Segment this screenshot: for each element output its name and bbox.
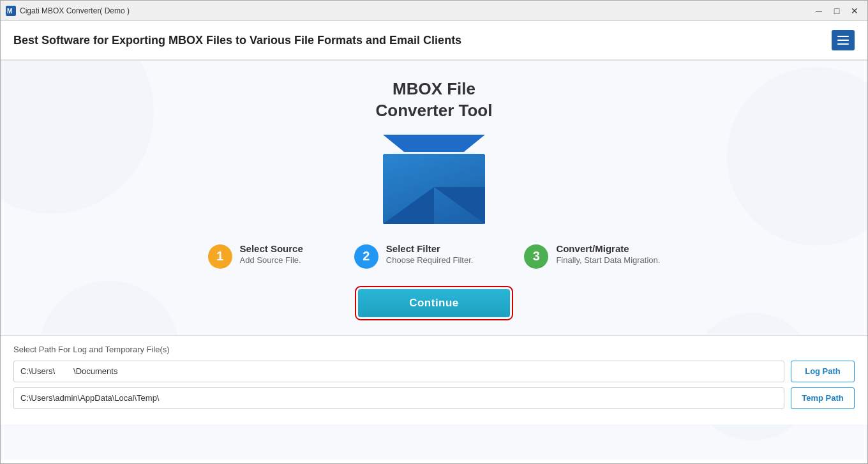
envelope-right-fold — [434, 187, 485, 224]
header-bar: Best Software for Exporting MBOX Files t… — [1, 21, 867, 61]
log-path-button[interactable]: Log Path — [791, 361, 855, 382]
menu-icon-line3 — [837, 43, 849, 45]
step-1-title: Select Source — [240, 243, 303, 254]
steps-section: 1 Select Source Add Source File. 2 Selec… — [208, 243, 661, 269]
menu-button[interactable] — [832, 30, 855, 50]
temp-path-row: Temp Path — [13, 387, 855, 409]
envelope-left-fold — [383, 187, 434, 224]
header-title: Best Software for Exporting MBOX Files t… — [13, 34, 461, 47]
log-path-input[interactable] — [13, 361, 784, 382]
window-title: Cigati MBOX Converter( Demo ) — [20, 6, 130, 15]
path-section: Select Path For Log and Temporary File(s… — [1, 335, 867, 424]
step-2-title: Select Filter — [386, 243, 474, 254]
step-1-badge: 1 — [208, 244, 232, 269]
envelope-icon: MBOX — [383, 135, 485, 224]
step-3: 3 Convert/Migrate Finally, Start Data Mi… — [524, 243, 660, 269]
step-3-desc: Finally, Start Data Migration. — [556, 255, 660, 265]
close-button[interactable]: ✕ — [847, 4, 862, 17]
step-1-desc: Add Source File. — [240, 255, 303, 265]
path-section-title: Select Path For Log and Temporary File(s… — [13, 345, 855, 354]
step-3-text: Convert/Migrate Finally, Start Data Migr… — [556, 243, 660, 265]
hero-title-line1: MBOX File — [376, 79, 493, 100]
hero-section: MBOX File Converter Tool MBOX — [208, 61, 661, 335]
menu-icon-line2 — [837, 40, 849, 41]
step-2-text: Select Filter Choose Required Filter. — [386, 243, 474, 265]
step-3-title: Convert/Migrate — [556, 243, 660, 254]
title-bar: M Cigati MBOX Converter( Demo ) ─ □ ✕ — [1, 1, 867, 21]
bg-circle-1 — [1, 61, 154, 214]
maximize-button[interactable]: □ — [829, 4, 844, 17]
window-controls: ─ □ ✕ — [811, 4, 862, 17]
bg-circle-2 — [727, 67, 867, 246]
hero-title: MBOX File Converter Tool — [376, 79, 493, 122]
hero-title-line2: Converter Tool — [376, 100, 493, 122]
log-path-row: Log Path — [13, 361, 855, 382]
step-1-text: Select Source Add Source File. — [240, 243, 303, 265]
main-content: MBOX File Converter Tool MBOX — [1, 61, 867, 460]
menu-icon-line1 — [837, 36, 849, 37]
temp-path-input[interactable] — [13, 387, 784, 409]
title-bar-left: M Cigati MBOX Converter( Demo ) — [6, 6, 130, 16]
step-2: 2 Select Filter Choose Required Filter. — [354, 243, 474, 269]
step-1: 1 Select Source Add Source File. — [208, 243, 303, 269]
continue-section: Continue — [358, 289, 510, 317]
svg-text:M: M — [7, 8, 12, 15]
minimize-button[interactable]: ─ — [811, 4, 827, 17]
step-2-desc: Choose Required Filter. — [386, 255, 474, 265]
step-3-badge: 3 — [524, 244, 548, 269]
continue-button[interactable]: Continue — [358, 289, 510, 317]
temp-path-button[interactable]: Temp Path — [791, 387, 855, 409]
step-2-badge: 2 — [354, 244, 378, 269]
content-wrapper: MBOX File Converter Tool MBOX — [1, 61, 867, 460]
app-icon: M — [6, 6, 16, 16]
